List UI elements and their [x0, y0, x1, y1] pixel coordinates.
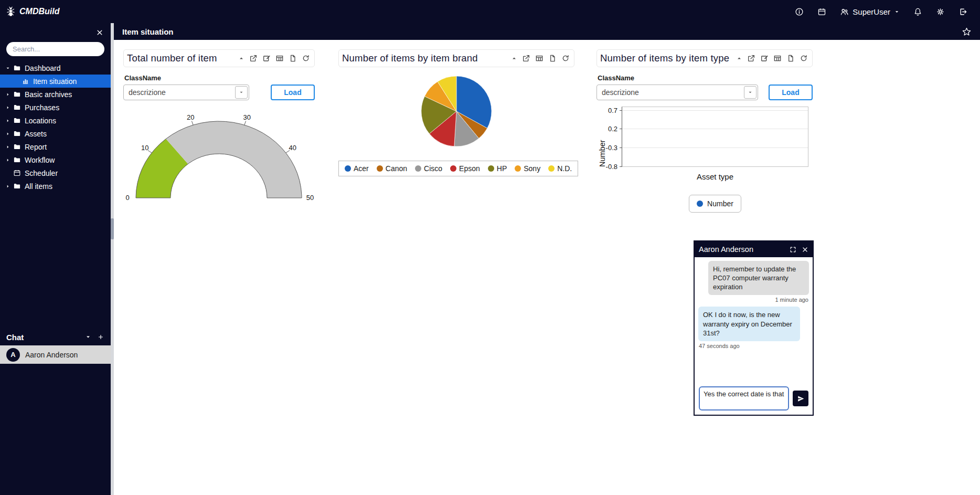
collapse-icon[interactable] [238, 55, 244, 61]
calendar-icon[interactable] [817, 7, 826, 16]
folder-icon [13, 64, 21, 72]
user-menu[interactable]: SuperUser [840, 7, 900, 16]
refresh-icon[interactable] [561, 54, 570, 62]
table-icon[interactable] [535, 54, 544, 62]
bar-legend[interactable]: Number [689, 195, 741, 213]
caret-right-icon[interactable] [5, 184, 10, 189]
sidebar-item-label: Item situation [33, 77, 77, 86]
message-bubble: OK I do it now, is the new warranty expi… [698, 307, 800, 341]
legend-item-acer[interactable]: Acer [345, 164, 369, 173]
table-icon[interactable] [773, 54, 782, 62]
table-icon[interactable] [275, 54, 284, 62]
dashboard-content: Total number of item ClassName descrizio… [114, 40, 980, 495]
refresh-icon[interactable] [302, 54, 310, 62]
cmdbuild-logo[interactable]: CMDBuild [5, 6, 59, 17]
star-icon[interactable] [962, 27, 972, 37]
legend-item-canon[interactable]: Canon [377, 164, 407, 173]
send-button[interactable] [793, 391, 808, 406]
open-new-icon[interactable] [249, 54, 258, 62]
chat-input-row [695, 382, 813, 415]
caret-right-icon[interactable] [5, 105, 10, 110]
sidebar-item-locations[interactable]: Locations [0, 114, 111, 127]
chat-window-header: Aaron Anderson [695, 241, 813, 257]
message-bubble: Hi, remember to update the PC07 computer… [708, 261, 809, 295]
page-header: Item situation [114, 23, 980, 40]
chat-section: Chat A Aaron Anderson [0, 329, 111, 364]
edit-icon[interactable] [262, 54, 271, 62]
sidebar-item-purchases[interactable]: Purchases [0, 101, 111, 114]
chat-message-input[interactable] [699, 386, 789, 410]
legend-item-hp[interactable]: HP [488, 164, 507, 173]
main-area: Item situation Total number of item Clas… [114, 23, 980, 495]
classname-select[interactable]: descrizione [596, 85, 758, 100]
panel-toolbar [736, 54, 808, 62]
sidebar-item-all-items[interactable]: All items [0, 180, 111, 193]
legend-item-n-d[interactable]: N.D. [548, 164, 572, 173]
caret-right-icon[interactable] [5, 131, 10, 136]
classname-select[interactable]: descrizione [123, 85, 249, 100]
caret-right-icon[interactable] [5, 92, 10, 97]
send-icon [797, 395, 805, 403]
sidebar: DashboardItem situationBasic archivesPur… [0, 23, 111, 495]
sidebar-item-assets[interactable]: Assets [0, 127, 111, 140]
chat-window-title: Aaron Anderson [699, 245, 784, 254]
legend-label: Sony [524, 164, 540, 173]
chevron-down-icon [894, 9, 900, 15]
panel-items-by-type: Number of items by item type ClassName d… [596, 49, 813, 213]
sidebar-item-report[interactable]: Report [0, 140, 111, 153]
gauge-tick-label: 40 [289, 144, 296, 152]
brand-name: CMDBuild [19, 7, 59, 16]
logout-icon[interactable] [958, 7, 967, 16]
sidebar-item-item-situation[interactable]: Item situation [0, 75, 111, 88]
refresh-icon[interactable] [800, 54, 808, 62]
open-new-icon[interactable] [747, 54, 755, 62]
gauge-rest-arc [166, 121, 302, 198]
select-caret-button[interactable] [744, 86, 757, 99]
collapse-icon[interactable] [736, 55, 742, 61]
sidebar-item-label: Report [25, 143, 47, 151]
sidebar-item-basic-archives[interactable]: Basic archives [0, 88, 111, 101]
legend-item-epson[interactable]: Epson [450, 164, 480, 173]
bell-icon[interactable] [913, 7, 922, 16]
chat-collapse-icon[interactable] [85, 334, 91, 340]
y-tick-label: -0.3 [606, 144, 617, 152]
legend-item-sony[interactable]: Sony [515, 164, 540, 173]
panel-title: Number of items by item brand [342, 52, 478, 64]
sidebar-close-icon[interactable] [96, 29, 103, 36]
gear-icon[interactable] [936, 7, 945, 16]
users-icon [840, 7, 849, 16]
legend-dot [515, 165, 521, 172]
legend-dot [450, 165, 456, 172]
caret-right-icon[interactable] [5, 144, 10, 150]
collapse-icon[interactable] [511, 55, 517, 61]
sidebar-item-dashboard[interactable]: Dashboard [0, 61, 111, 75]
info-icon[interactable] [795, 7, 804, 16]
close-icon[interactable] [802, 246, 808, 253]
caret-right-icon[interactable] [5, 157, 10, 163]
load-button[interactable]: Load [769, 85, 813, 100]
select-caret-button[interactable] [235, 86, 248, 99]
caret-right-icon[interactable] [5, 118, 10, 123]
caret-down-icon[interactable] [5, 66, 10, 71]
bar-chart-plot: 0.70.2-0.3-0.8 [622, 107, 808, 167]
panel-title: Number of items by item type [600, 52, 729, 64]
export-icon[interactable] [786, 54, 795, 62]
export-icon[interactable] [289, 54, 297, 62]
gauge-tick-label: 0 [125, 194, 129, 202]
expand-icon[interactable] [790, 246, 796, 253]
chat-add-icon[interactable] [98, 334, 104, 340]
edit-icon[interactable] [760, 54, 769, 62]
sidebar-item-workflow[interactable]: Workflow [0, 153, 111, 166]
folder-icon [13, 156, 21, 164]
legend-dot [488, 165, 494, 172]
chat-contact-row[interactable]: A Aaron Anderson [0, 345, 111, 364]
sidebar-item-scheduler[interactable]: Scheduler [0, 166, 111, 180]
export-icon[interactable] [548, 54, 557, 62]
search-input[interactable] [6, 42, 104, 56]
legend-item-cisco[interactable]: Cisco [415, 164, 442, 173]
open-new-icon[interactable] [522, 54, 530, 62]
load-button[interactable]: Load [271, 85, 315, 100]
folder-icon [13, 103, 21, 111]
message-timestamp: 1 minute ago [709, 297, 808, 303]
sidebar-item-label: Locations [25, 117, 56, 125]
